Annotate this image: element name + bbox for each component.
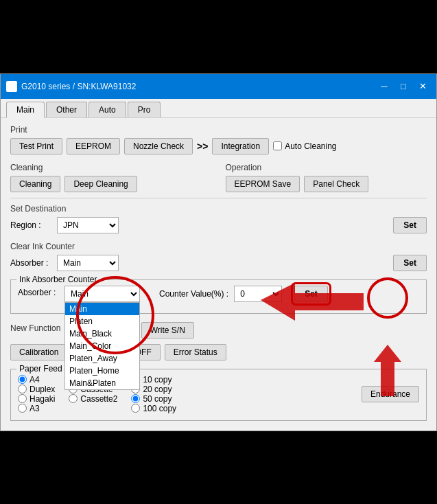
paper-col1: A4 Duplex Hagaki A3 [18,375,55,413]
absorber-dropdown-list: Main Platen Main_Black Main_Color Platen… [64,302,140,390]
set-destination-button[interactable]: Set [393,217,427,233]
panel-check-button[interactable]: Panel Check [304,176,368,192]
radio-50copy[interactable] [131,394,140,403]
endurance-button[interactable]: Endurance [362,386,419,402]
ink-absorber-counter-section: Ink Absorber Counter Absorber : Main Mai… [10,279,427,314]
cleaning-button[interactable]: Cleaning [10,176,60,192]
tab-main[interactable]: Main [6,102,45,118]
auto-cleaning-checkbox-label[interactable]: Auto Cleaning [273,141,336,151]
deep-cleaning-button[interactable]: Deep Cleaning [64,176,137,192]
print-section: Print Test Print EEPROM Nozzle Check >> … [10,125,427,154]
radio-cassette2[interactable] [69,394,78,403]
radio-hagaki[interactable] [18,394,27,403]
set-clear-ink-button[interactable]: Set [393,255,427,271]
tab-bar: Main Other Auto Pro [1,99,436,118]
set-destination-label: Set Destination [10,204,427,214]
dropdown-item-main-platen[interactable]: Main&Platen [65,377,139,389]
test-print-button[interactable]: Test Print [10,138,62,154]
counter-value-row: Counter Value(%) : 0 [159,286,282,302]
ink-absorber-legend: Ink Absorber Counter [16,275,99,284]
clear-ink-counter-section: Clear Ink Counter Absorber : Main Set [10,242,427,271]
calibration-button[interactable]: Calibration [10,344,67,360]
radio-100copy-label[interactable]: 100 copy [131,404,176,413]
maximize-button[interactable]: □ [395,78,412,95]
integration-button[interactable]: Integration [212,138,269,154]
main-window: G2010 series / SN:KLWA91032 ─ □ ✕ Main O… [0,73,437,431]
minimize-button[interactable]: ─ [376,78,392,95]
region-select[interactable]: JPN [57,217,119,233]
cleaning-operation-row: Cleaning Cleaning Deep Cleaning Operatio… [10,163,427,192]
window-title: G2010 series / SN:KLWA91032 [21,82,136,91]
radio-50copy-label[interactable]: 50 copy [131,394,176,404]
eeprom-button[interactable]: EEPROM [67,138,120,154]
absorber-select-counter[interactable]: Main [64,286,140,302]
print-label: Print [10,125,427,135]
radio-100copy[interactable] [131,404,140,413]
counter-value-label: Counter Value(%) : [159,289,228,299]
absorber-dropdown-container: Main Main Platen Main_Black Main_Color P… [64,286,140,302]
dropdown-item-main[interactable]: Main [65,303,139,315]
eeprom-save-button[interactable]: EEPROM Save [226,176,300,192]
error-status-button[interactable]: Error Status [165,344,226,360]
write-sn-button[interactable]: Write S/N [141,322,194,339]
radio-a3-label[interactable]: A3 [18,404,55,413]
dropdown-item-main-black[interactable]: Main_Black [65,328,139,340]
tab-other[interactable]: Other [46,102,87,117]
arrows-label: >> [197,141,208,152]
operation-section: Operation EEPROM Save Panel Check [226,163,427,192]
radio-cassette2-label[interactable]: Cassette2 [69,394,117,404]
radio-duplex[interactable] [18,385,27,393]
tab-pro[interactable]: Pro [128,102,161,117]
cleaning-section: Cleaning Cleaning Deep Cleaning [10,163,212,192]
print-btn-row: Test Print EEPROM Nozzle Check >> Integr… [10,138,427,154]
endurance-btn-wrapper: Endurance [362,386,419,402]
set-ink-counter-button[interactable]: Set [294,286,328,302]
app-icon [6,81,17,92]
auto-cleaning-checkbox[interactable] [273,141,282,150]
radio-a3[interactable] [18,404,27,413]
counter-value-select[interactable]: 0 [234,286,282,302]
dropdown-item-platen-away[interactable]: Platen_Away [65,352,139,365]
dropdown-item-platen[interactable]: Platen [65,315,139,328]
radio-a4[interactable] [18,375,27,384]
main-content: Print Test Print EEPROM Nozzle Check >> … [1,118,436,431]
radio-a4-label[interactable]: A4 [18,375,55,385]
new-function-label: New Function [10,323,72,333]
cleaning-label: Cleaning [10,163,212,172]
absorber-label-clear: Absorber : [10,258,51,268]
auto-cleaning-label: Auto Cleaning [285,141,336,151]
close-button[interactable]: ✕ [414,78,431,95]
clear-ink-counter-label: Clear Ink Counter [10,242,427,251]
set-destination-section: Set Destination Region : JPN Set [10,204,427,233]
title-bar-controls: ─ □ ✕ [376,78,431,95]
nozzle-check-button[interactable]: Nozzle Check [124,138,193,154]
operation-label: Operation [226,163,427,172]
radio-duplex-label[interactable]: Duplex [18,385,55,394]
dropdown-item-platen-home[interactable]: Platen_Home [65,365,139,377]
radio-hagaki-label[interactable]: Hagaki [18,394,55,404]
absorber-select-clear[interactable]: Main [57,255,119,271]
dropdown-item-main-color[interactable]: Main_Color [65,340,139,352]
title-bar: G2010 series / SN:KLWA91032 ─ □ ✕ [1,74,436,99]
region-label: Region : [10,220,51,230]
absorber-label-counter: Absorber : [18,286,59,297]
tab-auto[interactable]: Auto [88,102,126,117]
